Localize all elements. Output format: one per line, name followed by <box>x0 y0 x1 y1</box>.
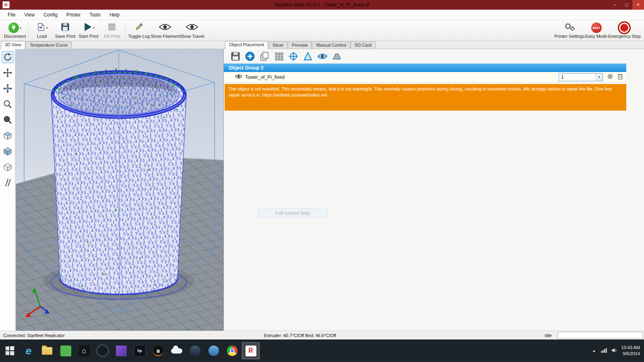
disconnect-caret-icon[interactable]: ▾ <box>20 26 21 30</box>
tray-network-icon[interactable] <box>601 347 607 354</box>
toggle-log-icon <box>134 22 144 33</box>
emergency-stop-button[interactable]: Emergency Stop <box>608 21 641 40</box>
easy-mode-icon: EASY <box>591 23 602 33</box>
save-print-icon <box>60 22 70 33</box>
3d-scene[interactable]: 3 1 4 1 5 9 2 6 5 3 5 8 9 7 9 <box>15 49 223 331</box>
menubar: File View Config Printer Tools Help <box>0 10 644 20</box>
toolbar-separator <box>28 22 29 39</box>
view-top-icon[interactable] <box>2 130 14 142</box>
tab-preview[interactable]: Preview <box>288 41 312 49</box>
taskbar-home-app[interactable]: ⌂ <box>75 342 93 359</box>
show-filament-label: Show Filament <box>151 34 180 39</box>
taskbar-photos-app[interactable] <box>112 342 130 359</box>
minimize-button[interactable]: – <box>609 0 621 10</box>
zoom-object-icon[interactable] <box>2 114 14 126</box>
taskbar-amazon-app[interactable]: a <box>149 342 167 359</box>
maximize-button[interactable]: □ <box>621 0 632 10</box>
object-settings-gear-icon[interactable] <box>607 73 613 81</box>
taskbar-media-app[interactable] <box>94 342 111 359</box>
center-object-icon[interactable] <box>288 51 299 62</box>
menu-printer[interactable]: Printer <box>62 10 85 19</box>
load-button[interactable]: ▾ Load <box>30 21 54 40</box>
taskbar-internet-explorer[interactable]: e <box>20 342 37 359</box>
object-visibility-eye-icon[interactable] <box>235 74 242 80</box>
tab-object-placement[interactable]: Object Placement <box>225 41 268 49</box>
autoposition-icon[interactable] <box>274 51 284 62</box>
disconnect-button[interactable]: ▾ Disconnect <box>3 21 27 40</box>
menu-tools[interactable]: Tools <box>85 10 105 19</box>
tab-manual-control[interactable]: Manual Control <box>312 41 350 49</box>
menu-file[interactable]: File <box>3 10 20 19</box>
3d-view-panel: 3 1 4 1 5 9 2 6 5 3 5 8 9 7 9 <box>0 49 224 331</box>
model-tower[interactable] <box>43 68 194 300</box>
tab-sd-card[interactable]: SD Card <box>351 41 376 49</box>
start-print-label: Start Print <box>79 34 99 39</box>
load-icon <box>36 22 45 33</box>
copies-dropdown[interactable]: 1 ▾ <box>559 73 603 81</box>
tab-3d-view[interactable]: 3D View <box>1 41 25 49</box>
hp-icon: hp <box>134 345 146 357</box>
taskbar-green-app[interactable] <box>57 342 74 359</box>
export-object-icon[interactable] <box>230 51 241 62</box>
view-side-icon[interactable] <box>2 161 14 173</box>
close-button[interactable]: × <box>632 0 644 10</box>
toggle-log-button[interactable]: Toggle Log <box>127 21 151 40</box>
disconnect-label: Disconnect <box>4 34 26 39</box>
tab-temperature-curve[interactable]: Temperature Curve <box>26 41 72 49</box>
easy-mode-button[interactable]: EASY Easy Mode <box>585 21 608 40</box>
move-object-icon[interactable] <box>2 82 14 95</box>
pan-view-icon[interactable] <box>2 67 14 79</box>
load-caret-icon[interactable]: ▾ <box>46 26 48 30</box>
zoom-view-icon[interactable] <box>2 98 14 110</box>
rotate-view-icon[interactable] <box>2 51 14 63</box>
taskbar-repetier-host[interactable]: R <box>242 342 260 359</box>
delete-object-trash-icon[interactable] <box>617 73 623 81</box>
sync-app-icon <box>208 346 219 356</box>
taskbar-hp-app[interactable]: hp <box>131 342 149 359</box>
start-print-caret-icon[interactable]: ▾ <box>93 26 95 30</box>
menu-help[interactable]: Help <box>105 10 124 19</box>
titlebar: R Repetier-Host V1.0.3 - Tower_of_Pi_fix… <box>0 0 644 10</box>
disconnect-icon <box>8 23 19 33</box>
taskbar-steam-app[interactable] <box>186 342 204 359</box>
tray-expand-icon[interactable]: ▲ <box>592 349 596 353</box>
green-app-icon <box>60 346 71 356</box>
lay-flat-icon[interactable] <box>332 51 342 62</box>
start-button[interactable] <box>0 339 19 362</box>
rotate-object-icon[interactable] <box>317 51 328 62</box>
printer-settings-button[interactable]: Printer Settings <box>554 21 584 40</box>
tab-slicer[interactable]: Slicer <box>268 41 288 49</box>
show-travel-button[interactable]: Show Travel <box>180 21 204 40</box>
copies-caret-icon[interactable]: ▾ <box>596 74 603 81</box>
object-row[interactable]: Tower_of_Pi_fixed 1 ▾ <box>224 72 626 82</box>
view-toolstrip <box>0 49 15 331</box>
chrome-icon <box>227 346 237 356</box>
manifold-warning-banner: The object is not manifold. This essenti… <box>225 84 626 111</box>
show-filament-button[interactable]: Show Filament <box>151 21 180 40</box>
kill-print-icon <box>107 22 117 33</box>
menu-config[interactable]: Config <box>39 10 62 19</box>
taskbar-onedrive-app[interactable] <box>168 342 186 359</box>
kill-print-label: Kill Print <box>104 34 120 39</box>
view-front-icon[interactable] <box>2 145 14 157</box>
printer-settings-label: Printer Settings <box>554 34 584 39</box>
save-print-button[interactable]: Save Print <box>54 21 77 40</box>
show-travel-eye-icon <box>186 23 198 33</box>
parallel-projection-icon[interactable] <box>2 177 14 189</box>
copy-object-icon[interactable] <box>259 51 270 62</box>
ie-icon: e <box>26 345 31 357</box>
clock-date: 9/6/2014 <box>621 351 640 357</box>
tray-volume-icon[interactable] <box>611 347 617 354</box>
kill-print-button: Kill Print <box>100 21 124 40</box>
add-object-icon[interactable] <box>245 51 255 62</box>
start-print-button[interactable]: ▾ Start Print <box>77 21 100 40</box>
scale-object-icon[interactable] <box>303 51 313 62</box>
taskbar-clock[interactable]: 10:43 AM 9/6/2014 <box>621 345 640 357</box>
taskbar-chrome-app[interactable] <box>223 342 241 359</box>
progress-bar <box>557 332 643 339</box>
object-group-header[interactable]: Object Group 2 <box>224 64 626 72</box>
taskbar-file-explorer[interactable] <box>38 342 56 359</box>
taskbar-sync-app[interactable] <box>205 342 223 359</box>
menu-view[interactable]: View <box>20 10 39 19</box>
status-bar: Connected: Starfleet Replicator Extruder… <box>0 331 644 339</box>
